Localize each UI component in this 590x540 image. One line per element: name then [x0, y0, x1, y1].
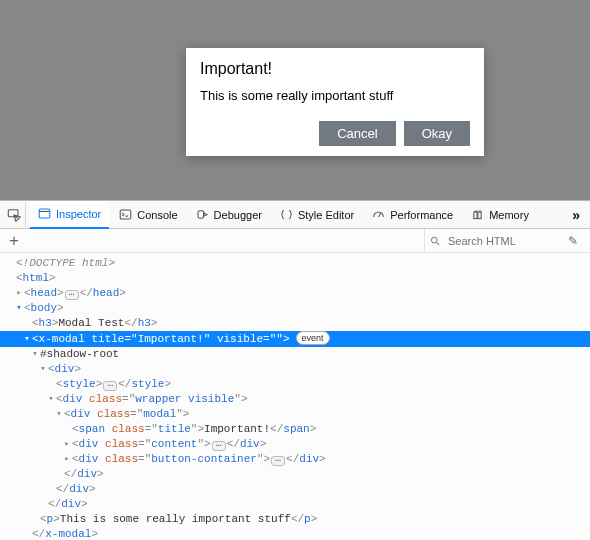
dom-shadow-div-open[interactable]: ▾<div>	[0, 362, 590, 377]
toolbar-overflow-button[interactable]: »	[564, 207, 588, 223]
dom-doctype[interactable]: <!DOCTYPE html>	[0, 256, 590, 271]
svg-rect-4	[198, 211, 204, 218]
devtools-panel: Inspector Console Debugger Style Editor	[0, 200, 590, 540]
okay-button[interactable]: Okay	[404, 121, 470, 146]
dom-p[interactable]: <p>This is some really important stuff</…	[0, 512, 590, 527]
svg-rect-1	[39, 209, 50, 218]
dom-tree[interactable]: <!DOCTYPE html> <html> ▸<head>…</head> ▾…	[0, 253, 590, 540]
page-preview: Important! This is some really important…	[0, 0, 590, 200]
modal-button-row: Cancel Okay	[200, 121, 470, 146]
tab-memory[interactable]: Memory	[463, 201, 537, 229]
modal-title: Important!	[200, 60, 470, 78]
dom-html-open[interactable]: <html>	[0, 271, 590, 286]
dom-xmodal-close[interactable]: </x-modal>	[0, 527, 590, 540]
memory-icon	[471, 208, 484, 221]
tab-console[interactable]: Console	[111, 201, 185, 229]
element-picker-icon	[7, 208, 21, 222]
ellipsis-icon[interactable]: …	[65, 290, 79, 300]
search-input[interactable]	[446, 234, 556, 248]
performance-icon	[372, 208, 385, 221]
event-badge[interactable]: event	[296, 331, 330, 345]
edit-html-icon[interactable]: ✎	[562, 234, 578, 248]
tab-style-editor[interactable]: Style Editor	[272, 201, 362, 229]
svg-rect-7	[478, 212, 481, 219]
tab-performance[interactable]: Performance	[364, 201, 461, 229]
devtools-toolbar: Inspector Console Debugger Style Editor	[0, 201, 590, 229]
svg-line-5	[379, 213, 381, 217]
dom-div-buttons[interactable]: ▸<div class="button-container">…</div>	[0, 452, 590, 467]
markup-header: + ⚲ ✎	[0, 229, 590, 253]
dom-wrapper-open[interactable]: ▾<div class="wrapper visible">	[0, 392, 590, 407]
tab-memory-label: Memory	[489, 209, 529, 221]
dom-h3[interactable]: <h3>Modal Test</h3>	[0, 316, 590, 331]
dom-wrapper-close[interactable]: </div>	[0, 482, 590, 497]
search-icon: ⚲	[427, 232, 443, 248]
dom-style-node[interactable]: <style>…</style>	[0, 377, 590, 392]
modal-dialog: Important! This is some really important…	[186, 48, 484, 156]
tab-console-label: Console	[137, 209, 177, 221]
svg-rect-6	[474, 212, 477, 219]
debugger-icon	[196, 208, 209, 221]
ellipsis-icon[interactable]: …	[103, 381, 117, 391]
dom-head[interactable]: ▸<head>…</head>	[0, 286, 590, 301]
inspector-icon	[38, 207, 51, 220]
console-icon	[119, 208, 132, 221]
cancel-button[interactable]: Cancel	[319, 121, 395, 146]
dom-modal-close[interactable]: </div>	[0, 467, 590, 482]
tab-style-editor-label: Style Editor	[298, 209, 354, 221]
dom-modal-open[interactable]: ▾<div class="modal">	[0, 407, 590, 422]
tab-inspector-label: Inspector	[56, 208, 101, 220]
ellipsis-icon[interactable]: …	[271, 456, 285, 466]
dom-body-open[interactable]: ▾<body>	[0, 301, 590, 316]
svg-rect-3	[120, 210, 131, 219]
tab-debugger[interactable]: Debugger	[188, 201, 270, 229]
element-picker-button[interactable]	[2, 203, 26, 227]
dom-shadow-root[interactable]: ▾#shadow-root	[0, 347, 590, 362]
dom-div-content[interactable]: ▸<div class="content">…</div>	[0, 437, 590, 452]
dom-span-title[interactable]: <span class="title">Important!</span>	[0, 422, 590, 437]
ellipsis-icon[interactable]: …	[212, 441, 226, 451]
dom-shadow-div-close[interactable]: </div>	[0, 497, 590, 512]
search-html-field[interactable]: ⚲ ✎	[424, 229, 584, 252]
style-editor-icon	[280, 208, 293, 221]
tab-performance-label: Performance	[390, 209, 453, 221]
dom-xmodal-open[interactable]: ▾<x-modal title="Important!" visible="">…	[0, 331, 590, 347]
tab-debugger-label: Debugger	[214, 209, 262, 221]
add-node-button[interactable]: +	[6, 232, 22, 249]
modal-content: This is some really important stuff	[200, 88, 470, 103]
tab-inspector[interactable]: Inspector	[30, 201, 109, 229]
